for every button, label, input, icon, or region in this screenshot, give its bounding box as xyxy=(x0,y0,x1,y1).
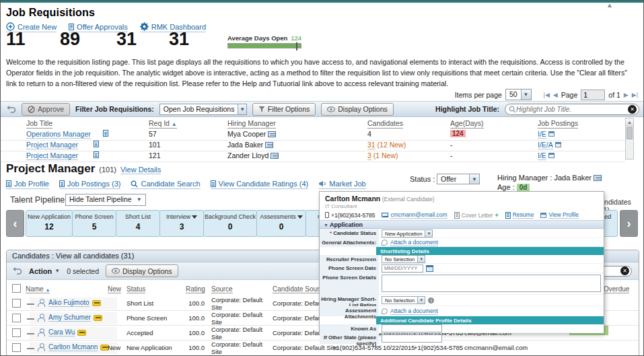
col-age-days[interactable]: Age(Days) xyxy=(450,119,484,129)
requisition-filter-select[interactable]: Open Job Requisitions ▼ xyxy=(159,104,247,115)
col-status[interactable]: Status xyxy=(127,285,145,293)
contact-card-icon[interactable] xyxy=(268,131,276,137)
stage-background-check[interactable]: Background Check0 xyxy=(203,210,257,237)
action-menu-button[interactable]: Action▼ xyxy=(29,267,60,275)
stat-new-candidates[interactable]: 31 xyxy=(116,29,137,50)
row-checkbox[interactable] xyxy=(12,299,21,308)
col-candidates[interactable]: Candidates xyxy=(367,119,403,129)
items-per-page-select[interactable]: 50 ▼ xyxy=(505,89,532,100)
undo-arrow-icon[interactable] xyxy=(12,266,22,275)
display-options-button[interactable]: Display Options xyxy=(321,103,394,116)
first-page-icon[interactable]: |◀ xyxy=(544,92,550,98)
open-window-icon[interactable] xyxy=(548,153,554,158)
tab-view-candidate-ratings[interactable]: View Candidate Ratings (4) xyxy=(211,180,309,189)
phone-screen-date-row: Phone Screen Date xyxy=(320,264,604,273)
job-doc-icon[interactable] xyxy=(94,141,99,149)
job-title-link[interactable]: Project Manager xyxy=(26,141,78,149)
clear-search-icon[interactable]: ✕ xyxy=(620,266,629,275)
job-doc-icon[interactable] xyxy=(94,151,99,159)
pipeline-scroll-right-button[interactable]: › xyxy=(620,210,638,237)
approve-button[interactable]: Approve xyxy=(22,103,70,116)
paperclip-icon xyxy=(382,308,388,314)
candidate-status-select[interactable]: New Application▼ xyxy=(382,229,433,238)
pipeline-scroll-left-button[interactable]: ‹ xyxy=(6,210,24,237)
col-source[interactable]: Source xyxy=(211,285,233,293)
info-icon[interactable]: i xyxy=(428,297,434,304)
assessment-attachments-row: Assessment Attachments Attach a document xyxy=(320,306,604,316)
col-overdue[interactable]: Overdue xyxy=(604,285,629,293)
new-flag: New xyxy=(108,344,120,351)
filter-options-button[interactable]: Filter Options xyxy=(252,103,316,116)
ratings-icon xyxy=(211,180,216,187)
job-doc-icon[interactable] xyxy=(103,130,108,138)
requisition-table-scrollbar[interactable]: ▲ xyxy=(625,118,634,159)
attach-document-link[interactable]: Attach a document xyxy=(390,239,438,246)
hm-rating-select[interactable]: No Selection▼ xyxy=(382,296,425,304)
candidate-name: Carlton Mcmann xyxy=(325,194,380,203)
row-checkbox[interactable] xyxy=(12,343,21,352)
average-days-open-widget[interactable]: Average Days Open 124 xyxy=(227,34,301,48)
display-options-button[interactable]: Display Options xyxy=(106,264,178,277)
overdue-indicator-marker xyxy=(604,326,608,335)
stage-phone-screen[interactable]: Phone Screen5 xyxy=(72,210,116,237)
collapse-page-icon[interactable]: ▲ xyxy=(604,3,615,9)
stat-open-reqs[interactable]: 11 xyxy=(6,29,26,50)
phone-screen-date-input[interactable] xyxy=(382,264,423,273)
col-hiring-manager[interactable]: Hiring Manager xyxy=(227,119,276,129)
requisition-row[interactable]: Operations Manager 57 Mya Cooper 4 124 I… xyxy=(1,130,625,141)
prev-page-icon[interactable]: ◀ xyxy=(553,92,558,98)
clear-search-icon[interactable]: ✕ xyxy=(628,105,637,114)
tab-job-profile[interactable]: Job Profile xyxy=(6,180,49,189)
phone-screen-details-textarea[interactable] xyxy=(382,275,601,292)
open-window-icon[interactable] xyxy=(548,131,554,137)
stat-total-candidates[interactable]: 89 xyxy=(60,29,80,50)
highlight-job-title-search[interactable]: ✕ xyxy=(505,104,639,115)
open-window-icon[interactable] xyxy=(555,142,561,147)
tab-candidate-search[interactable]: Candidate Search xyxy=(131,180,200,189)
scroll-thumb[interactable] xyxy=(627,127,633,139)
page-number-input[interactable] xyxy=(581,90,605,100)
items-per-page-label: Items per page xyxy=(455,91,502,99)
job-title-link[interactable]: Operations Manager xyxy=(26,130,91,139)
requisition-row[interactable]: Project Manager 101 Jada Baker 31 (12 Ne… xyxy=(1,141,625,151)
stage-assessments[interactable]: Assessments0 xyxy=(256,210,306,237)
profile-badge-icon xyxy=(94,315,102,321)
col-job-postings[interactable]: Job Postings xyxy=(538,119,578,129)
highlight-job-title-label: Highlight Job Title: xyxy=(435,105,499,113)
col-job-title[interactable]: Job Title xyxy=(26,119,52,129)
contact-card-icon[interactable] xyxy=(594,175,602,181)
stage-new-application[interactable]: New Application12 xyxy=(26,210,73,237)
tab-job-postings[interactable]: Job Postings (3) xyxy=(59,180,120,189)
next-page-icon[interactable]: ▶ xyxy=(624,92,629,98)
tab-market-job[interactable]: Market Job xyxy=(318,180,365,189)
select-all-checkbox[interactable] xyxy=(12,284,21,293)
row-checkbox[interactable] xyxy=(12,328,21,337)
stage-interview[interactable]: Interview3 xyxy=(159,210,204,237)
job-title-link[interactable]: Project Manager xyxy=(26,151,78,160)
row-checkbox[interactable] xyxy=(12,314,21,322)
application-section-header[interactable]: ▼ Application xyxy=(320,220,604,229)
undo-arrow-icon[interactable] xyxy=(6,105,16,114)
contact-card-icon[interactable] xyxy=(265,142,273,148)
detail-tabs: Job Profile Job Postings (3) Candidate S… xyxy=(6,180,366,189)
stage-short-list[interactable]: Short List4 xyxy=(116,210,160,237)
status-select[interactable]: Offer ▼ xyxy=(437,174,480,184)
attach-document-link[interactable]: Attach a document xyxy=(390,308,438,315)
scroll-up-icon[interactable]: ▲ xyxy=(626,118,633,127)
stat-forwarded[interactable]: 31 xyxy=(169,29,189,50)
col-new[interactable]: New xyxy=(108,285,121,293)
recruiter-prescreen-select[interactable]: No Selection▼ xyxy=(382,255,425,263)
col-req-id[interactable]: Req Id ▲ xyxy=(149,119,177,129)
col-rating[interactable]: Rating xyxy=(186,285,205,293)
add-cover-letter-icon[interactable]: + xyxy=(495,212,498,219)
last-page-icon[interactable]: ▶| xyxy=(632,92,638,98)
known-as-input[interactable] xyxy=(382,324,442,332)
contact-card-icon[interactable] xyxy=(271,153,279,159)
view-details-link[interactable]: View Details xyxy=(120,166,161,174)
highlight-job-title-input[interactable] xyxy=(516,106,628,113)
requisition-row[interactable]: Project Manager 121 Zander Lloyd 3 (1 Ne… xyxy=(1,151,625,162)
other-state-input[interactable] xyxy=(382,334,442,343)
col-name[interactable]: Name ▲ xyxy=(26,285,50,293)
hide-talent-pipeline-button[interactable]: Hide Talent Pipeline ▼ xyxy=(65,194,146,206)
calendar-icon[interactable] xyxy=(426,265,433,272)
